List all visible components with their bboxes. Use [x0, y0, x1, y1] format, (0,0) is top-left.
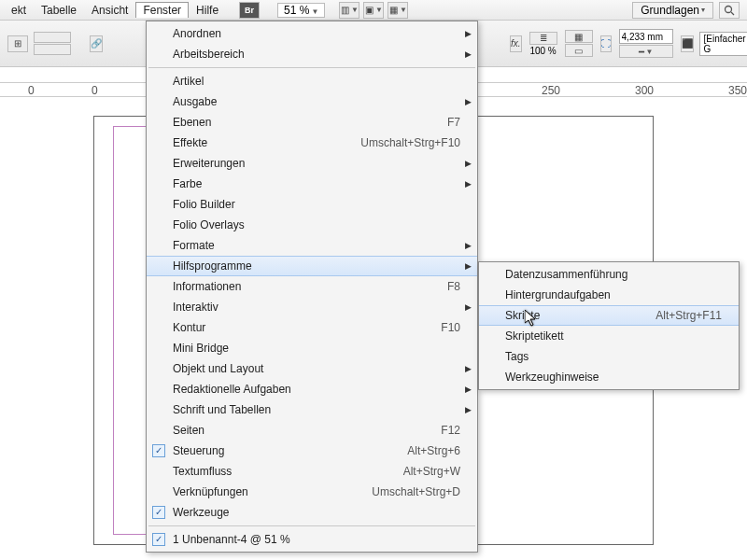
menu-item-label: Ausgabe: [173, 95, 460, 108]
chevron-down-icon: ▼: [309, 7, 318, 16]
fenster-item-folio-overlays[interactable]: Folio Overlays: [147, 215, 477, 235]
fenster-item-hilfsprogramme[interactable]: Hilfsprogramme▶: [147, 256, 477, 276]
menu-item-label: Folio Overlays: [173, 218, 460, 231]
menu-item-label: Interaktiv: [173, 301, 460, 314]
fenster-item-kontur[interactable]: KonturF10: [147, 317, 477, 338]
hilfsprogramme-item-werkzeughinweise[interactable]: Werkzeughinweise: [479, 367, 739, 387]
menu-shortcut: F8: [419, 280, 460, 293]
view-mode-icon-3[interactable]: ▦▼: [388, 2, 408, 19]
fenster-item-artikel[interactable]: Artikel: [147, 71, 477, 91]
menu-item-label: Mini Bridge: [173, 342, 460, 355]
menu-shortcut: Alt+Strg+W: [375, 465, 460, 478]
menu-item-label: Werkzeughinweise: [505, 371, 722, 384]
opacity-field[interactable]: 100 %: [529, 46, 556, 56]
view-mode-icon-2[interactable]: ▣▼: [363, 2, 384, 19]
object-style-field[interactable]: [Einfacher G: [699, 32, 747, 56]
fenster-item-1-unbenannt-4-51-[interactable]: ✓1 Unbenannt-4 @ 51 %: [147, 529, 477, 550]
fenster-item-redaktionelle-aufgaben[interactable]: Redaktionelle Aufgaben▶: [147, 379, 477, 399]
menu-shortcut: Alt+Strg+F11: [627, 309, 722, 322]
hilfsprogramme-item-skripte[interactable]: SkripteAlt+Strg+F11: [479, 305, 739, 326]
menu-shortcut: F7: [419, 116, 460, 129]
menu-item-label: Anordnen: [173, 27, 460, 40]
check-icon: ✓: [152, 533, 165, 546]
menu-tabelle[interactable]: Tabelle: [34, 2, 84, 19]
fenster-item-ebenen[interactable]: EbenenF7: [147, 112, 477, 133]
fenster-item-verkn-pfungen[interactable]: VerknüpfungenUmschalt+Strg+D: [147, 482, 477, 502]
menu-item-label: Effekte: [173, 136, 332, 149]
hilfsprogramme-item-skriptetikett[interactable]: Skriptetikett: [479, 326, 739, 346]
fenster-item-effekte[interactable]: EffekteUmschalt+Strg+F10: [147, 133, 477, 153]
chevron-right-icon: ▶: [465, 49, 472, 59]
corner-icon[interactable]: ⬛: [681, 35, 694, 52]
check-icon: ✓: [152, 444, 165, 457]
menu-fenster[interactable]: Fenster: [135, 2, 189, 18]
fx-button[interactable]: fx.: [510, 35, 522, 52]
menu-objekt[interactable]: ekt: [4, 2, 34, 19]
menu-item-label: Formate: [173, 239, 460, 252]
crop-icon[interactable]: ⛶: [600, 35, 612, 52]
hilfsprogramme-item-tags[interactable]: Tags: [479, 346, 739, 367]
fenster-item-ausgabe[interactable]: Ausgabe▶: [147, 91, 477, 112]
chevron-right-icon: ▶: [465, 302, 472, 312]
fenster-item-anordnen[interactable]: Anordnen▶: [147, 23, 477, 44]
menu-item-label: Seiten: [173, 424, 413, 437]
menu-separator: [148, 525, 475, 526]
menu-hilfe[interactable]: Hilfe: [189, 2, 226, 19]
fenster-item-objekt-und-layout[interactable]: Objekt und Layout▶: [147, 358, 477, 379]
link-icon[interactable]: 🔗: [90, 35, 103, 52]
chevron-right-icon: ▶: [465, 97, 472, 106]
hilfsprogramme-item-hintergrundaufgaben[interactable]: Hintergrundaufgaben: [479, 285, 739, 305]
chevron-right-icon: ▶: [465, 405, 472, 414]
stroke-weight-field[interactable]: [619, 29, 673, 44]
wrap-icon-2[interactable]: ▭: [565, 44, 593, 57]
wrap-icon[interactable]: ▦: [565, 30, 593, 43]
fenster-item-informationen[interactable]: InformationenF8: [147, 276, 477, 297]
hilfsprogramme-item-datenzusammenf-hrung[interactable]: Datenzusammenführung: [479, 264, 739, 285]
menu-item-label: Erweiterungen: [173, 157, 460, 170]
menu-item-label: Schrift und Tabellen: [173, 403, 460, 416]
check-icon: ✓: [152, 506, 165, 519]
svg-point-0: [726, 6, 732, 12]
fenster-item-seiten[interactable]: SeitenF12: [147, 420, 477, 441]
menu-item-label: Ebenen: [173, 116, 419, 129]
fenster-item-schrift-und-tabellen[interactable]: Schrift und Tabellen▶: [147, 399, 477, 420]
bridge-icon[interactable]: Br: [239, 2, 260, 19]
ruler-tick: 350: [728, 84, 747, 97]
ruler-tick: 250: [542, 84, 560, 97]
fenster-item-mini-bridge[interactable]: Mini Bridge: [147, 338, 477, 358]
fenster-item-steuerung[interactable]: ✓SteuerungAlt+Strg+6: [147, 441, 477, 461]
chevron-right-icon: ▶: [465, 364, 472, 373]
menu-shortcut: F10: [413, 321, 460, 334]
svg-line-1: [731, 12, 734, 15]
menu-item-label: Arbeitsbereich: [173, 48, 460, 61]
stroke-style[interactable]: ━▼: [619, 45, 673, 58]
fenster-item-erweiterungen[interactable]: Erweiterungen▶: [147, 153, 477, 174]
menu-item-label: Verknüpfungen: [173, 485, 344, 498]
view-mode-icon-1[interactable]: ▥▼: [339, 2, 359, 19]
fenster-item-formate[interactable]: Formate▶: [147, 235, 477, 256]
menu-item-label: 1 Unbenannt-4 @ 51 %: [173, 533, 460, 546]
menu-item-label: Objekt und Layout: [173, 362, 460, 375]
fenster-item-arbeitsbereich[interactable]: Arbeitsbereich▶: [147, 44, 477, 64]
workspace-switcher[interactable]: Grundlagen ▾: [632, 2, 713, 19]
fenster-item-werkzeuge[interactable]: ✓Werkzeuge: [147, 502, 477, 523]
fenster-item-interaktiv[interactable]: Interaktiv▶: [147, 297, 477, 317]
menu-item-label: Folio Builder: [173, 198, 460, 211]
align-icon[interactable]: ⊞: [7, 35, 28, 52]
search-icon[interactable]: [719, 2, 740, 19]
y-field[interactable]: [34, 44, 71, 55]
menu-item-label: Skriptetikett: [505, 329, 722, 343]
zoom-field[interactable]: 51 %▼: [277, 3, 325, 18]
fenster-item-textumfluss[interactable]: TextumflussAlt+Strg+W: [147, 461, 477, 482]
fenster-item-farbe[interactable]: Farbe▶: [147, 174, 477, 194]
chevron-right-icon: ▶: [465, 261, 472, 271]
menu-ansicht[interactable]: Ansicht: [84, 2, 135, 19]
menu-item-label: Artikel: [173, 75, 460, 88]
menu-separator: [148, 67, 475, 68]
menu-item-label: Datenzusammenführung: [505, 268, 722, 281]
menu-item-label: Hilfsprogramme: [173, 259, 460, 273]
opacity-icon[interactable]: ≣: [529, 32, 557, 45]
menu-shortcut: Alt+Strg+6: [379, 444, 460, 457]
x-field[interactable]: [34, 32, 71, 43]
fenster-item-folio-builder[interactable]: Folio Builder: [147, 194, 477, 215]
